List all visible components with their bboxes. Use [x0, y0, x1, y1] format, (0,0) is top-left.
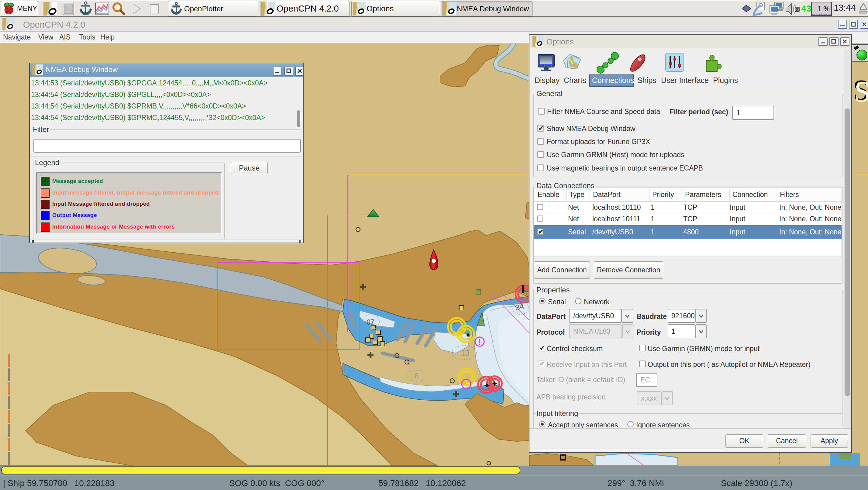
svg-text:!: !	[478, 338, 481, 346]
svg-text:8: 8	[414, 372, 418, 380]
svg-text:07: 07	[367, 318, 374, 326]
svg-text:S: S	[854, 75, 868, 108]
svg-text:13: 13	[461, 348, 470, 358]
